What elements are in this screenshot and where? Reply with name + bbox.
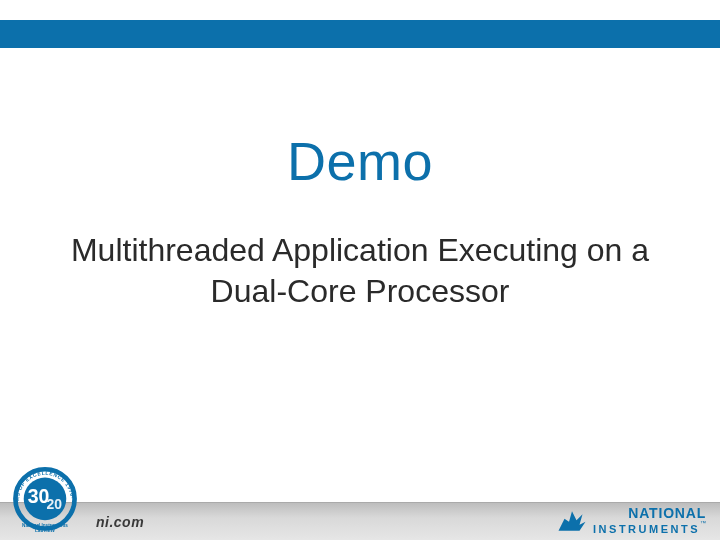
trademark-symbol: ™ (700, 520, 706, 526)
slide-content: Demo Multithreaded Application Executing… (0, 130, 720, 312)
anniversary-seal-icon: YEARS OF EXCELLENCE 1976-2006 30 20 Nati… (8, 460, 82, 534)
ni-eagle-icon (557, 508, 587, 534)
seal-small-number: 20 (47, 496, 63, 512)
ni-logo-text: NATIONAL INSTRUMENTS™ (593, 506, 706, 535)
slide-footer: YEARS OF EXCELLENCE 1976-2006 30 20 Nati… (0, 466, 720, 540)
seal-bottom-label: National Instruments (22, 523, 68, 528)
ni-logo-line2: INSTRUMENTS (593, 523, 700, 535)
ni-logo-line1: NATIONAL (628, 505, 706, 521)
footer-url: ni.com (96, 514, 144, 530)
slide-title: Demo (60, 130, 660, 192)
seal-bottom-sub: LabVIEW (35, 528, 56, 533)
ni-logo: NATIONAL INSTRUMENTS™ (557, 506, 706, 535)
slide-subtitle: Multithreaded Application Executing on a… (60, 230, 660, 312)
header-accent-bar (0, 20, 720, 48)
slide: Demo Multithreaded Application Executing… (0, 0, 720, 540)
